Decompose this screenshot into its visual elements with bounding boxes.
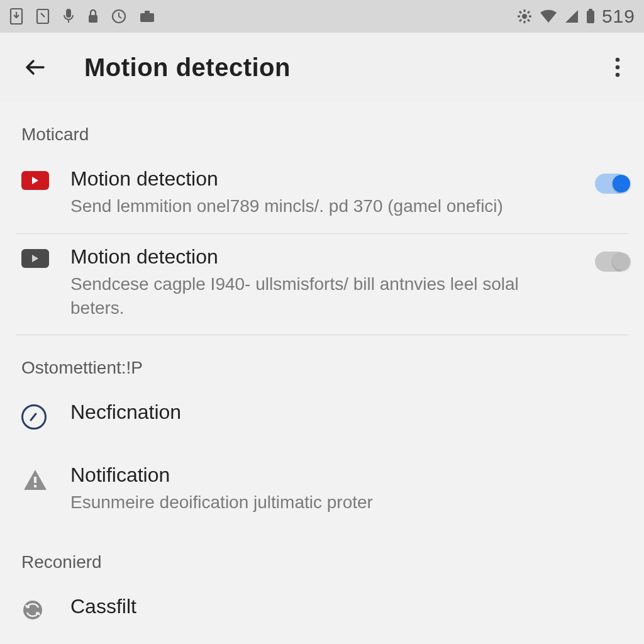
svg-rect-13 [34, 477, 36, 483]
wifi-icon [539, 9, 558, 24]
cellular-signal-icon [564, 9, 579, 24]
svg-rect-5 [140, 13, 154, 22]
battery-icon [586, 8, 596, 25]
clock-icon [111, 8, 127, 25]
status-bar: 519 [0, 0, 644, 33]
row-title: Necficnation [70, 401, 571, 424]
leading-icon-container [21, 595, 58, 621]
status-left-icons [9, 8, 156, 25]
row-title: Cassfilt [70, 595, 571, 618]
svg-rect-2 [66, 9, 71, 18]
section-header-moticard: Moticard [0, 102, 644, 156]
svg-point-7 [522, 14, 527, 19]
row-subtitle: Esunmeire deoification jultimatic proter [70, 491, 571, 514]
svg-rect-9 [589, 9, 592, 11]
section-header-ostomettient: Ostomettient:!P [0, 335, 644, 389]
status-time: 519 [602, 6, 635, 27]
globe-sync-icon [21, 599, 44, 621]
row-notification[interactable]: Notification Esunmeire deoification jult… [0, 445, 644, 530]
lock-icon [87, 8, 99, 25]
back-button[interactable] [21, 53, 49, 81]
row-motion-detection-secondary[interactable]: Motion detection Sendcese cagple I940- u… [0, 234, 644, 335]
svg-rect-14 [34, 485, 36, 487]
svg-rect-3 [89, 15, 97, 23]
leading-icon-container [21, 245, 58, 268]
briefcase-icon [138, 9, 156, 24]
toggle-motion-primary[interactable] [595, 174, 628, 194]
svg-rect-1 [37, 9, 48, 23]
toggle-motion-secondary[interactable] [595, 252, 628, 272]
settings-content: Moticard Motion detection Send lemmition… [0, 102, 644, 637]
mic-icon [62, 8, 75, 25]
row-necficnation[interactable]: Necficnation [0, 389, 644, 445]
card-icon [35, 8, 50, 25]
row-subtitle: Sendcese cagple I940- ullsmisforts/ bill… [70, 272, 571, 320]
svg-point-10 [616, 58, 620, 62]
page-title: Motion detection [84, 53, 291, 82]
row-title: Motion detection [70, 167, 571, 191]
leading-icon-container [21, 167, 58, 190]
arrow-back-icon [23, 55, 47, 79]
status-right-icons: 519 [516, 6, 635, 27]
overflow-menu-button[interactable] [604, 53, 631, 81]
row-subtitle: Send lemmition onel789 mincls/. pd 370 (… [70, 194, 571, 218]
leading-icon-container [21, 464, 58, 492]
more-vert-icon [615, 57, 620, 77]
svg-rect-8 [587, 11, 594, 23]
download-icon [9, 8, 24, 25]
row-motion-detection-primary[interactable]: Motion detection Send lemmition onel789 … [0, 156, 644, 233]
section-header-reconierd: Reconierd [0, 530, 644, 584]
svg-point-11 [616, 65, 620, 70]
video-grey-icon [21, 249, 49, 268]
row-cassfilt[interactable]: Cassfilt [0, 584, 644, 637]
warning-triangle-icon [21, 467, 49, 492]
row-title: Motion detection [70, 245, 571, 269]
video-red-icon [21, 171, 49, 190]
row-title: Notification [70, 464, 571, 487]
settings-gear-icon [516, 8, 533, 25]
svg-rect-6 [145, 11, 150, 14]
compass-circle-icon [21, 404, 47, 430]
app-bar: Motion detection [0, 33, 644, 102]
leading-icon-container [21, 401, 58, 430]
svg-point-12 [616, 73, 620, 77]
